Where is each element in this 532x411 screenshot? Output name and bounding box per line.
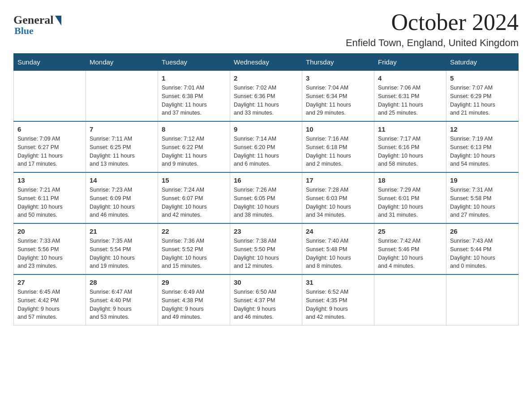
day-number: 11 (378, 125, 442, 133)
calendar-cell (446, 274, 519, 325)
calendar-header-wednesday: Wednesday (230, 54, 302, 71)
day-number: 6 (17, 125, 82, 133)
day-number: 31 (306, 278, 370, 286)
calendar-cell: 17Sunrise: 7:28 AM Sunset: 6:03 PM Dayli… (302, 172, 374, 223)
day-info: Sunrise: 7:29 AM Sunset: 6:01 PM Dayligh… (378, 186, 442, 219)
day-number: 25 (378, 227, 442, 235)
day-number: 19 (450, 176, 515, 184)
calendar-cell: 29Sunrise: 6:49 AM Sunset: 4:38 PM Dayli… (158, 274, 230, 325)
day-info: Sunrise: 7:21 AM Sunset: 6:11 PM Dayligh… (17, 186, 82, 219)
day-number: 12 (450, 125, 515, 133)
calendar-cell: 20Sunrise: 7:33 AM Sunset: 5:56 PM Dayli… (14, 223, 86, 274)
calendar-cell: 4Sunrise: 7:06 AM Sunset: 6:31 PM Daylig… (374, 71, 446, 122)
calendar-cell: 19Sunrise: 7:31 AM Sunset: 5:58 PM Dayli… (446, 172, 519, 223)
calendar-cell: 12Sunrise: 7:19 AM Sunset: 6:13 PM Dayli… (446, 121, 519, 172)
calendar-cell: 18Sunrise: 7:29 AM Sunset: 6:01 PM Dayli… (374, 172, 446, 223)
day-info: Sunrise: 7:16 AM Sunset: 6:18 PM Dayligh… (306, 135, 370, 168)
calendar-cell: 31Sunrise: 6:52 AM Sunset: 4:35 PM Dayli… (302, 274, 374, 325)
day-info: Sunrise: 7:06 AM Sunset: 6:31 PM Dayligh… (378, 84, 442, 117)
day-info: Sunrise: 7:14 AM Sunset: 6:20 PM Dayligh… (234, 135, 298, 168)
calendar-table: SundayMondayTuesdayWednesdayThursdayFrid… (13, 53, 519, 325)
day-number: 17 (306, 176, 370, 184)
day-number: 23 (234, 227, 298, 235)
calendar-cell: 14Sunrise: 7:23 AM Sunset: 6:09 PM Dayli… (86, 172, 158, 223)
day-number: 16 (234, 176, 298, 184)
day-info: Sunrise: 6:45 AM Sunset: 4:42 PM Dayligh… (17, 288, 82, 321)
calendar-cell: 5Sunrise: 7:07 AM Sunset: 6:29 PM Daylig… (446, 71, 519, 122)
day-info: Sunrise: 7:36 AM Sunset: 5:52 PM Dayligh… (162, 237, 226, 270)
day-info: Sunrise: 7:12 AM Sunset: 6:22 PM Dayligh… (162, 135, 226, 168)
calendar-cell: 25Sunrise: 7:42 AM Sunset: 5:46 PM Dayli… (374, 223, 446, 274)
day-info: Sunrise: 6:47 AM Sunset: 4:40 PM Dayligh… (90, 288, 154, 321)
calendar-cell: 23Sunrise: 7:38 AM Sunset: 5:50 PM Dayli… (230, 223, 302, 274)
day-info: Sunrise: 7:43 AM Sunset: 5:44 PM Dayligh… (450, 237, 515, 270)
day-info: Sunrise: 7:09 AM Sunset: 6:27 PM Dayligh… (17, 135, 82, 168)
day-number: 5 (450, 74, 515, 82)
calendar-header-tuesday: Tuesday (158, 54, 230, 71)
day-info: Sunrise: 7:01 AM Sunset: 6:38 PM Dayligh… (162, 84, 226, 117)
calendar-cell: 24Sunrise: 7:40 AM Sunset: 5:48 PM Dayli… (302, 223, 374, 274)
day-number: 21 (90, 227, 154, 235)
calendar-cell (86, 71, 158, 122)
day-number: 18 (378, 176, 442, 184)
calendar-cell: 2Sunrise: 7:02 AM Sunset: 6:36 PM Daylig… (230, 71, 302, 122)
location-title: Enfield Town, England, United Kingdom (346, 37, 519, 49)
day-info: Sunrise: 7:26 AM Sunset: 6:05 PM Dayligh… (234, 186, 298, 219)
calendar-cell: 13Sunrise: 7:21 AM Sunset: 6:11 PM Dayli… (14, 172, 86, 223)
calendar-cell: 27Sunrise: 6:45 AM Sunset: 4:42 PM Dayli… (14, 274, 86, 325)
day-info: Sunrise: 7:33 AM Sunset: 5:56 PM Dayligh… (17, 237, 82, 270)
day-info: Sunrise: 7:31 AM Sunset: 5:58 PM Dayligh… (450, 186, 515, 219)
day-info: Sunrise: 7:23 AM Sunset: 6:09 PM Dayligh… (90, 186, 154, 219)
calendar-week-row: 27Sunrise: 6:45 AM Sunset: 4:42 PM Dayli… (14, 274, 519, 325)
day-info: Sunrise: 7:07 AM Sunset: 6:29 PM Dayligh… (450, 84, 515, 117)
title-area: October 2024 Enfield Town, England, Unit… (346, 9, 519, 49)
calendar-cell: 15Sunrise: 7:24 AM Sunset: 6:07 PM Dayli… (158, 172, 230, 223)
logo: General Blue (13, 13, 61, 37)
day-number: 10 (306, 125, 370, 133)
day-number: 1 (162, 74, 226, 82)
logo-blue-text: Blue (14, 25, 34, 37)
day-info: Sunrise: 6:52 AM Sunset: 4:35 PM Dayligh… (306, 288, 370, 321)
calendar-header-sunday: Sunday (14, 54, 86, 71)
day-number: 2 (234, 74, 298, 82)
calendar-cell: 11Sunrise: 7:17 AM Sunset: 6:16 PM Dayli… (374, 121, 446, 172)
calendar-cell: 21Sunrise: 7:35 AM Sunset: 5:54 PM Dayli… (86, 223, 158, 274)
day-info: Sunrise: 7:19 AM Sunset: 6:13 PM Dayligh… (450, 135, 515, 168)
month-title: October 2024 (346, 9, 519, 35)
day-info: Sunrise: 7:28 AM Sunset: 6:03 PM Dayligh… (306, 186, 370, 219)
calendar-cell: 22Sunrise: 7:36 AM Sunset: 5:52 PM Dayli… (158, 223, 230, 274)
calendar-header-friday: Friday (374, 54, 446, 71)
calendar-header-saturday: Saturday (446, 54, 519, 71)
calendar-header-row: SundayMondayTuesdayWednesdayThursdayFrid… (14, 54, 519, 71)
day-number: 29 (162, 278, 226, 286)
calendar-week-row: 1Sunrise: 7:01 AM Sunset: 6:38 PM Daylig… (14, 71, 519, 122)
day-info: Sunrise: 6:49 AM Sunset: 4:38 PM Dayligh… (162, 288, 226, 321)
calendar-cell: 30Sunrise: 6:50 AM Sunset: 4:37 PM Dayli… (230, 274, 302, 325)
day-number: 9 (234, 125, 298, 133)
calendar-cell: 3Sunrise: 7:04 AM Sunset: 6:34 PM Daylig… (302, 71, 374, 122)
day-number: 24 (306, 227, 370, 235)
day-info: Sunrise: 7:17 AM Sunset: 6:16 PM Dayligh… (378, 135, 442, 168)
calendar-cell: 7Sunrise: 7:11 AM Sunset: 6:25 PM Daylig… (86, 121, 158, 172)
day-info: Sunrise: 7:38 AM Sunset: 5:50 PM Dayligh… (234, 237, 298, 270)
calendar-cell: 6Sunrise: 7:09 AM Sunset: 6:27 PM Daylig… (14, 121, 86, 172)
calendar-cell: 1Sunrise: 7:01 AM Sunset: 6:38 PM Daylig… (158, 71, 230, 122)
day-number: 28 (90, 278, 154, 286)
calendar-header-monday: Monday (86, 54, 158, 71)
day-number: 15 (162, 176, 226, 184)
day-info: Sunrise: 6:50 AM Sunset: 4:37 PM Dayligh… (234, 288, 298, 321)
day-number: 22 (162, 227, 226, 235)
day-number: 14 (90, 176, 154, 184)
day-number: 30 (234, 278, 298, 286)
calendar-cell: 26Sunrise: 7:43 AM Sunset: 5:44 PM Dayli… (446, 223, 519, 274)
day-number: 8 (162, 125, 226, 133)
logo-triangle-icon (55, 16, 61, 26)
day-number: 27 (17, 278, 82, 286)
calendar-week-row: 13Sunrise: 7:21 AM Sunset: 6:11 PM Dayli… (14, 172, 519, 223)
day-info: Sunrise: 7:35 AM Sunset: 5:54 PM Dayligh… (90, 237, 154, 270)
day-info: Sunrise: 7:40 AM Sunset: 5:48 PM Dayligh… (306, 237, 370, 270)
calendar-week-row: 6Sunrise: 7:09 AM Sunset: 6:27 PM Daylig… (14, 121, 519, 172)
day-info: Sunrise: 7:42 AM Sunset: 5:46 PM Dayligh… (378, 237, 442, 270)
calendar-week-row: 20Sunrise: 7:33 AM Sunset: 5:56 PM Dayli… (14, 223, 519, 274)
day-info: Sunrise: 7:11 AM Sunset: 6:25 PM Dayligh… (90, 135, 154, 168)
